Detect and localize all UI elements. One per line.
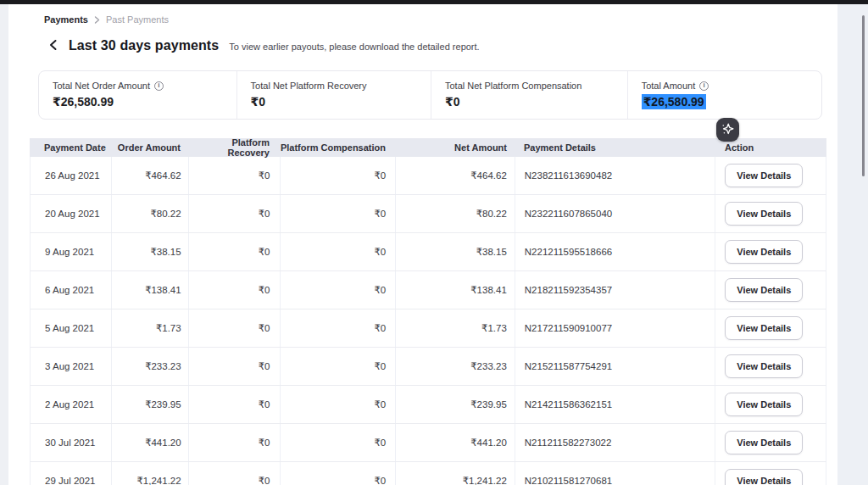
cell-platform-compensation: ₹0: [280, 424, 395, 461]
cell-payment-details: N221211595518666: [515, 233, 715, 270]
column-header-order-amount: Order Amount: [110, 142, 187, 153]
cell-platform-compensation: ₹0: [280, 309, 395, 347]
table-row: 2 Aug 2021 ₹239.95 ₹0 ₹0 ₹239.95 N214211…: [30, 386, 826, 424]
summary-card-label: Total Net Platform Compensation: [445, 81, 581, 91]
cell-platform-recovery: ₹0: [188, 386, 281, 423]
cell-payment-date: 30 Jul 2021: [31, 424, 111, 461]
table-row: 30 Jul 2021 ₹441.20 ₹0 ₹0 ₹441.20 N21121…: [30, 424, 826, 462]
cell-order-amount: ₹239.95: [111, 386, 188, 423]
cell-net-amount: ₹464.62: [395, 157, 515, 194]
view-details-button[interactable]: View Details: [725, 316, 803, 340]
cell-payment-details: N211211582273022: [515, 424, 715, 461]
cell-action: View Details: [715, 386, 826, 423]
cell-net-amount: ₹441.20: [395, 424, 515, 461]
cell-net-amount: ₹1.73: [395, 309, 515, 347]
view-details-button[interactable]: View Details: [725, 164, 803, 187]
cell-platform-compensation: ₹0: [280, 386, 395, 423]
cell-platform-recovery: ₹0: [188, 424, 281, 461]
chevron-right-icon: [94, 16, 100, 24]
view-details-button[interactable]: View Details: [725, 469, 803, 485]
summary-card-total-amount: Total Amount i ₹26,580.99: [627, 71, 821, 119]
summary-card-total-net-order-amount: Total Net Order Amount i ₹26,580.99: [39, 71, 236, 119]
info-icon[interactable]: i: [154, 81, 164, 91]
summary-card-total-net-platform-recovery: Total Net Platform Recovery ₹0: [236, 71, 431, 119]
table-row: 29 Jul 2021 ₹1,241.22 ₹0 ₹0 ₹1,241.22 N2…: [30, 462, 826, 485]
cell-platform-compensation: ₹0: [280, 271, 395, 309]
cell-order-amount: ₹138.41: [111, 271, 188, 309]
cell-action: View Details: [715, 157, 826, 194]
assistant-sparkle-button[interactable]: [716, 118, 739, 142]
cell-order-amount: ₹1,241.22: [111, 462, 188, 485]
cell-action: View Details: [715, 271, 826, 309]
cell-payment-details: N238211613690482: [515, 157, 715, 194]
cell-platform-recovery: ₹0: [188, 271, 281, 309]
back-button[interactable]: [48, 39, 58, 53]
table-row: 20 Aug 2021 ₹80.22 ₹0 ₹0 ₹80.22 N2322116…: [30, 195, 826, 233]
cell-net-amount: ₹80.22: [395, 195, 515, 232]
column-header-payment-date: Payment Date: [30, 142, 110, 153]
table-row: 5 Aug 2021 ₹1.73 ₹0 ₹0 ₹1.73 N2172115909…: [30, 309, 826, 348]
cell-action: View Details: [715, 424, 826, 461]
chevron-left-icon: [48, 39, 58, 53]
cell-platform-compensation: ₹0: [280, 233, 395, 270]
cell-payment-details: N217211590910077: [515, 309, 715, 347]
cell-payment-date: 29 Jul 2021: [31, 462, 111, 485]
cell-net-amount: ₹38.15: [395, 233, 515, 270]
scrollbar-thumb[interactable]: [862, 15, 865, 176]
column-header-payment-details: Payment Details: [515, 142, 715, 153]
summary-card-value: ₹26,580.99: [53, 95, 223, 109]
summary-cards: Total Net Order Amount i ₹26,580.99 Tota…: [38, 70, 822, 120]
cell-payment-date: 5 Aug 2021: [31, 309, 111, 347]
cell-platform-recovery: ₹0: [188, 233, 281, 270]
cell-payment-details: N210211581270681: [515, 462, 715, 485]
view-details-button[interactable]: View Details: [725, 278, 803, 302]
summary-card-value-highlighted: ₹26,580.99: [642, 94, 706, 109]
summary-card-label: Total Net Platform Recovery: [251, 81, 367, 91]
cell-action: View Details: [715, 462, 826, 485]
view-details-button[interactable]: View Details: [725, 431, 803, 454]
breadcrumb-item-payments[interactable]: Payments: [44, 14, 88, 25]
cell-net-amount: ₹233.23: [395, 348, 515, 385]
cell-platform-compensation: ₹0: [280, 462, 395, 485]
column-header-platform-recovery: Platform Recovery: [187, 137, 280, 158]
scrollbar-track[interactable]: [837, 4, 868, 485]
cell-net-amount: ₹239.95: [395, 386, 515, 423]
breadcrumb-item-past-payments: Past Payments: [106, 14, 169, 25]
cell-order-amount: ₹80.22: [111, 195, 188, 232]
table-row: 6 Aug 2021 ₹138.41 ₹0 ₹0 ₹138.41 N218211…: [30, 271, 826, 309]
cell-order-amount: ₹441.20: [111, 424, 188, 461]
page-header: Last 30 days payments To view earlier pa…: [48, 38, 837, 53]
summary-card-total-net-platform-compensation: Total Net Platform Compensation ₹0: [431, 71, 627, 119]
cell-action: View Details: [715, 348, 826, 385]
cell-order-amount: ₹233.23: [111, 348, 188, 385]
table-row: 9 Aug 2021 ₹38.15 ₹0 ₹0 ₹38.15 N22121159…: [30, 233, 826, 271]
page-title: Last 30 days payments: [69, 38, 219, 53]
cell-platform-recovery: ₹0: [188, 462, 281, 485]
table-row: 26 Aug 2021 ₹464.62 ₹0 ₹0 ₹464.62 N23821…: [30, 157, 826, 195]
cell-payment-details: N215211587754291: [515, 348, 715, 385]
view-details-button[interactable]: View Details: [725, 354, 803, 378]
cell-net-amount: ₹138.41: [395, 271, 515, 309]
cell-platform-compensation: ₹0: [280, 348, 395, 385]
cell-payment-details: N232211607865040: [515, 195, 715, 232]
cell-platform-compensation: ₹0: [280, 195, 395, 232]
table-header-row: Payment Date Order Amount Platform Recov…: [30, 138, 826, 157]
cell-order-amount: ₹464.62: [111, 157, 188, 194]
summary-card-value: ₹0: [251, 95, 417, 109]
cell-platform-recovery: ₹0: [188, 157, 281, 194]
info-icon[interactable]: i: [699, 81, 709, 91]
view-details-button[interactable]: View Details: [725, 240, 803, 264]
cell-payment-date: 3 Aug 2021: [31, 348, 111, 385]
breadcrumb: Payments Past Payments: [44, 14, 837, 25]
summary-card-value: ₹0: [445, 95, 614, 109]
cell-payment-details: N214211586362151: [515, 386, 715, 423]
column-header-action: Action: [715, 142, 826, 153]
cell-payment-date: 20 Aug 2021: [31, 195, 111, 232]
view-details-button[interactable]: View Details: [725, 202, 803, 226]
table-row: 3 Aug 2021 ₹233.23 ₹0 ₹0 ₹233.23 N215211…: [30, 348, 826, 386]
cell-payment-date: 9 Aug 2021: [31, 233, 111, 270]
view-details-button[interactable]: View Details: [725, 393, 803, 416]
payments-table: Payment Date Order Amount Platform Recov…: [30, 138, 826, 485]
cell-platform-recovery: ₹0: [188, 348, 281, 385]
cell-order-amount: ₹1.73: [111, 309, 188, 347]
